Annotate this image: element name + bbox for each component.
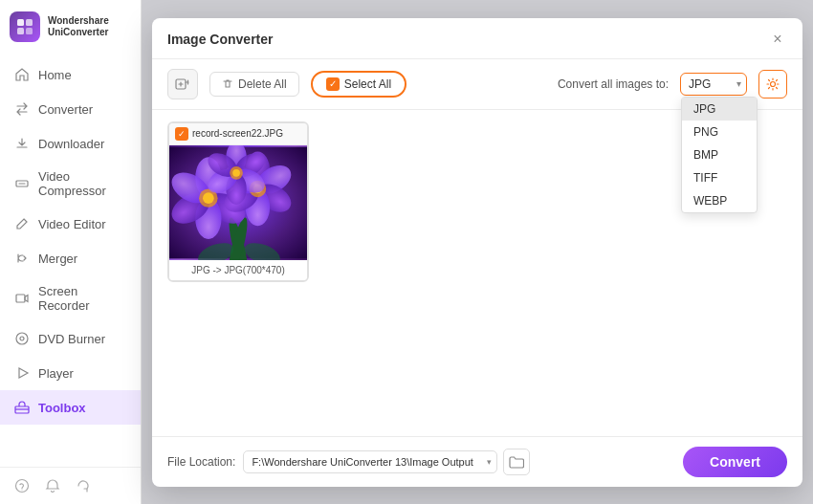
- home-icon: [13, 66, 31, 83]
- convert-button[interactable]: Convert: [683, 447, 787, 477]
- refresh-icon[interactable]: [75, 477, 92, 494]
- app-logo: WondershareUniConverter: [0, 0, 141, 54]
- settings-button[interactable]: [758, 70, 787, 99]
- sidebar-item-home-label: Home: [38, 68, 72, 82]
- image-card[interactable]: ✓ record-screen22.JPG: [167, 121, 309, 282]
- modal-footer: File Location: F:\Wondershare UniConvert…: [152, 436, 802, 487]
- sidebar: WondershareUniConverter Home Converter: [0, 0, 142, 504]
- image-converter-modal: Image Converter × Delete All: [152, 18, 802, 487]
- sidebar-item-player-label: Player: [38, 366, 74, 381]
- svg-rect-2: [17, 28, 24, 34]
- format-dropdown: JPG PNG BMP TIFF WEBP: [681, 97, 758, 213]
- sidebar-item-dvd-burner[interactable]: DVD Burner: [0, 321, 141, 356]
- dropdown-item-webp[interactable]: WEBP: [682, 189, 757, 212]
- svg-point-39: [232, 168, 240, 176]
- modal-overlay: Image Converter × Delete All: [142, 0, 813, 504]
- sidebar-item-screen-recorder-label: Screen Recorder: [38, 284, 127, 313]
- dropdown-item-bmp[interactable]: BMP: [682, 143, 757, 166]
- svg-point-23: [203, 192, 214, 204]
- sidebar-item-merger-label: Merger: [38, 252, 77, 266]
- browse-folder-button[interactable]: [503, 449, 530, 475]
- toolbox-icon: [13, 399, 31, 416]
- sidebar-item-video-editor[interactable]: Video Editor: [0, 207, 141, 241]
- sidebar-item-toolbox-label: Toolbox: [38, 401, 86, 415]
- convert-label: Convert: [710, 454, 760, 470]
- delete-all-label: Delete All: [238, 77, 287, 91]
- add-files-button[interactable]: [167, 69, 198, 99]
- converter-icon: [13, 100, 31, 118]
- image-card-header: ✓ record-screen22.JPG: [169, 123, 307, 145]
- select-all-checkbox: ✓: [326, 77, 340, 91]
- main-area: Image Converter × Delete All: [142, 0, 813, 504]
- dropdown-item-tiff[interactable]: TIFF: [682, 166, 757, 189]
- svg-rect-5: [16, 295, 25, 302]
- path-select-input[interactable]: F:\Wondershare UniConverter 13\Image Out…: [243, 450, 497, 473]
- card-label: JPG -> JPG(700*470): [169, 260, 307, 280]
- card-filename: record-screen22.JPG: [192, 128, 283, 139]
- merge-icon: [13, 250, 31, 267]
- sidebar-item-home[interactable]: Home: [0, 57, 141, 92]
- format-select-input[interactable]: JPG PNG BMP TIFF WEBP: [681, 74, 746, 95]
- sidebar-item-downloader-label: Downloader: [38, 137, 104, 151]
- close-button[interactable]: ×: [768, 30, 787, 49]
- delete-all-button[interactable]: Delete All: [209, 72, 299, 97]
- svg-rect-1: [26, 19, 33, 26]
- sidebar-item-merger[interactable]: Merger: [0, 241, 141, 275]
- select-all-button[interactable]: ✓ Select All: [311, 71, 406, 98]
- logo-icon: [10, 11, 40, 42]
- sidebar-item-video-compressor-label: Video Compressor: [38, 169, 127, 198]
- card-image: [169, 145, 307, 260]
- convert-all-label: Convert all images to:: [558, 77, 669, 91]
- sidebar-item-converter[interactable]: Converter: [0, 92, 141, 126]
- nav-menu: Home Converter Downloader: [0, 54, 141, 467]
- bell-icon[interactable]: [44, 477, 61, 494]
- dropdown-item-png[interactable]: PNG: [682, 121, 757, 143]
- path-selector[interactable]: F:\Wondershare UniConverter 13\Image Out…: [243, 450, 497, 473]
- select-all-label: Select All: [344, 77, 391, 91]
- compress-icon: [13, 175, 31, 192]
- format-selector[interactable]: JPG PNG BMP TIFF WEBP ▾ JPG PNG BMP TIFF…: [680, 73, 747, 96]
- svg-rect-3: [26, 28, 33, 34]
- svg-point-10: [21, 489, 22, 490]
- sidebar-item-toolbox[interactable]: Toolbox: [0, 390, 141, 425]
- card-checkbox[interactable]: ✓: [175, 127, 188, 141]
- modal-title: Image Converter: [167, 32, 273, 47]
- svg-point-6: [16, 333, 28, 344]
- sidebar-bottom: [0, 467, 141, 504]
- sidebar-item-screen-recorder[interactable]: Screen Recorder: [0, 275, 141, 321]
- sidebar-item-video-editor-label: Video Editor: [38, 217, 106, 231]
- downloader-icon: [13, 135, 31, 152]
- svg-rect-0: [17, 19, 24, 26]
- svg-point-7: [20, 337, 24, 340]
- file-path-area: F:\Wondershare UniConverter 13\Image Out…: [243, 449, 675, 475]
- sidebar-item-video-compressor[interactable]: Video Compressor: [0, 161, 141, 207]
- edit-icon: [13, 215, 31, 232]
- sidebar-item-downloader[interactable]: Downloader: [0, 126, 141, 161]
- play-icon: [13, 364, 31, 382]
- modal-toolbar: Delete All ✓ Select All Convert all imag…: [152, 59, 802, 110]
- file-location-label: File Location:: [167, 455, 235, 469]
- modal-header: Image Converter ×: [152, 18, 802, 59]
- dvd-icon: [13, 330, 31, 347]
- sidebar-item-converter-label: Converter: [38, 102, 93, 117]
- record-icon: [13, 290, 31, 307]
- app-name: WondershareUniConverter: [48, 15, 109, 38]
- sidebar-item-player[interactable]: Player: [0, 356, 141, 390]
- dropdown-item-jpg[interactable]: JPG: [682, 98, 757, 121]
- sidebar-item-dvd-burner-label: DVD Burner: [38, 332, 105, 346]
- svg-point-12: [771, 81, 776, 86]
- help-icon[interactable]: [13, 477, 31, 494]
